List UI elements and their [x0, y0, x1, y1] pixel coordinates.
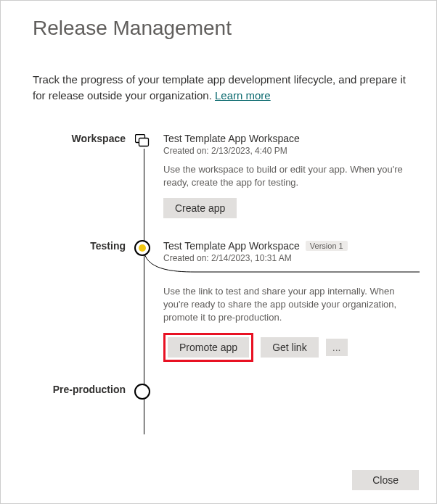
- stage-workspace-label: Workspace: [33, 133, 127, 144]
- stage-workspace: Workspace Test Template App Workspace Cr…: [33, 133, 416, 218]
- stage-workspace-body: Test Template App Workspace Created on: …: [163, 133, 416, 218]
- version-badge: Version 1: [306, 241, 348, 251]
- close-button[interactable]: Close: [352, 470, 419, 490]
- preproduction-node-icon: [134, 384, 150, 400]
- testing-created: Created on: 2/14/2023, 10:31 AM: [163, 253, 416, 263]
- get-link-button[interactable]: Get link: [261, 337, 318, 358]
- workspace-icon: [134, 133, 150, 149]
- stage-testing-label: Testing: [33, 240, 127, 252]
- svg-rect-1: [139, 138, 149, 146]
- stage-testing-body: Test Template App Workspace Version 1 Cr…: [163, 240, 416, 363]
- promote-app-button[interactable]: Promote app: [168, 337, 249, 358]
- page-title: Release Management: [33, 17, 416, 40]
- more-options-button[interactable]: ...: [326, 339, 348, 356]
- stage-preproduction-label: Pre-production: [33, 384, 127, 395]
- create-app-button[interactable]: Create app: [163, 198, 237, 218]
- testing-desc: Use the link to test and share your app …: [163, 285, 416, 325]
- workspace-created: Created on: 2/13/2023, 4:40 PM: [163, 146, 416, 156]
- stage-preproduction-body: [163, 384, 416, 434]
- workspace-desc: Use the workspace to build or edit your …: [163, 163, 416, 189]
- release-management-dialog: Release Management Track the progress of…: [0, 0, 437, 504]
- release-timeline: Workspace Test Template App Workspace Cr…: [33, 133, 416, 435]
- testing-node-icon: [134, 240, 150, 256]
- stage-preproduction: Pre-production: [33, 384, 416, 434]
- testing-title: Test Template App Workspace: [163, 240, 300, 252]
- intro-text: Track the progress of your template app …: [33, 72, 416, 104]
- workspace-title: Test Template App Workspace: [163, 133, 300, 144]
- dialog-footer: Close: [352, 470, 419, 490]
- promote-app-highlight: Promote app: [163, 333, 253, 362]
- stage-testing: Testing Test Template App Workspace Vers…: [33, 240, 416, 363]
- learn-more-link[interactable]: Learn more: [215, 89, 271, 102]
